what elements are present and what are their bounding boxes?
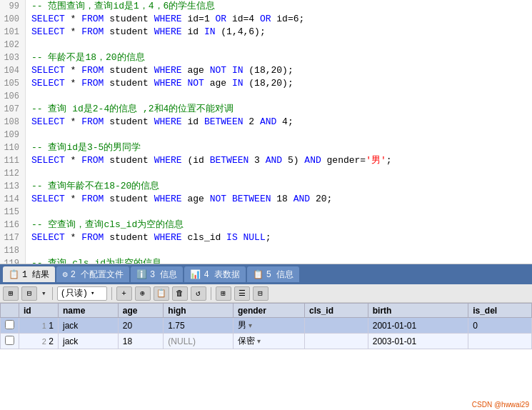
line-number: 110 — [0, 141, 26, 154]
toolbar-copy-btn[interactable]: ⊕ — [135, 286, 151, 301]
code-token: SELECT — [31, 155, 65, 166]
code-token: age — [204, 78, 232, 89]
column-header-gender[interactable]: gender — [233, 304, 304, 318]
cell-cls_id — [304, 334, 368, 349]
code-token: WHERE — [154, 26, 182, 37]
toolbar-grid-btn[interactable]: ⊞ — [3, 286, 19, 301]
column-header-birth[interactable]: birth — [368, 304, 468, 318]
toolbar-view-btn2[interactable]: ☰ — [234, 286, 250, 301]
line-content[interactable]: SELECT * FROM student WHERE age NOT BETW… — [26, 193, 332, 206]
code-line: 114SELECT * FROM student WHERE age NOT B… — [0, 193, 532, 206]
line-content[interactable]: -- 查询 id是2-4的信息 ,2和4的位置不能对调 — [26, 103, 234, 116]
line-content[interactable] — [26, 167, 37, 180]
code-line: 108SELECT * FROM student WHERE id BETWEE… — [0, 116, 532, 129]
column-header-high[interactable]: high — [164, 304, 234, 318]
line-number: 101 — [0, 26, 26, 39]
tab-tabledata[interactable]: 📊4 表数据 — [184, 266, 245, 282]
tab-icon: 📊 — [190, 269, 201, 280]
line-number: 118 — [0, 244, 26, 257]
tab-info2[interactable]: 📋5 信息 — [247, 266, 299, 282]
line-number: 106 — [0, 90, 26, 103]
column-header-id[interactable]: id — [19, 304, 59, 318]
code-line: 112 — [0, 167, 532, 180]
column-header-cls_id[interactable]: cls_id — [304, 304, 368, 318]
line-number: 116 — [0, 219, 26, 231]
toolbar-refresh-btn[interactable]: ↺ — [191, 286, 206, 301]
line-content[interactable] — [26, 206, 37, 219]
toolbar: ⊞ ⊟ ▾ (只读) ▾ + ⊕ 📋 🗑 ↺ ⊞ ☰ ⊟ — [0, 284, 532, 303]
checkbox-input[interactable] — [5, 320, 14, 329]
line-content[interactable]: SELECT * FROM student WHERE cls_id IS NU… — [26, 231, 271, 244]
toolbar-paste-btn[interactable]: 📋 — [154, 286, 169, 301]
code-editor: 99-- 范围查询，查询id是1，4，6的学生信息100SELECT * FRO… — [0, 0, 532, 264]
line-content[interactable] — [26, 244, 37, 257]
tab-icon: ⚙️ — [62, 269, 67, 280]
code-line: 101SELECT * FROM student WHERE id IN (1,… — [0, 26, 532, 39]
code-token: OR — [215, 14, 226, 24]
tab-profiles[interactable]: ⚙️2 个配置文件 — [56, 266, 129, 282]
line-content[interactable]: SELECT * FROM student WHERE id IN (1,4,6… — [26, 26, 266, 39]
code-line: 99-- 范围查询，查询id是1，4，6的学生信息 — [0, 0, 532, 13]
line-content[interactable]: SELECT * FROM student WHERE id BETWEEN 2… — [26, 116, 293, 129]
code-token: SELECT — [31, 65, 65, 76]
code-token: FROM — [81, 65, 104, 76]
line-content[interactable] — [26, 39, 37, 51]
column-header-age[interactable]: age — [118, 304, 164, 318]
code-token: ; — [386, 155, 392, 166]
table-row[interactable]: 2 2jack18(NULL)保密 ▾2003-01-01 — [1, 334, 532, 349]
tab-label: 5 信息 — [266, 269, 293, 281]
code-token: -- 查询 id是2-4的信息 ,2和4的位置不能对调 — [31, 104, 234, 114]
code-token: student — [104, 232, 154, 243]
code-token: SELECT — [31, 78, 65, 89]
tab-results[interactable]: 📋1 结果 — [3, 266, 55, 282]
line-content[interactable]: SELECT * FROM student WHERE id=1 OR id=4… — [26, 13, 304, 26]
toolbar-delete-btn[interactable]: 🗑 — [172, 286, 188, 301]
code-token: id — [182, 26, 204, 37]
line-content[interactable]: -- 年龄不是18，20的信息 — [26, 51, 145, 64]
line-number: 113 — [0, 180, 26, 193]
line-content[interactable]: SELECT * FROM student WHERE (id BETWEEN … — [26, 154, 392, 167]
line-content[interactable]: -- 空查询，查询cls_id为空的信息 — [26, 219, 184, 231]
toolbar-add-btn[interactable]: + — [116, 286, 132, 301]
code-line: 109 — [0, 129, 532, 141]
code-token: IS NULL — [226, 232, 266, 243]
line-content[interactable] — [26, 129, 37, 141]
line-content[interactable]: -- 查询 cls_id为非空的信息 — [26, 257, 161, 264]
column-header-name[interactable]: name — [59, 304, 119, 318]
line-content[interactable]: -- 查询年龄不在18-20的信息 — [26, 180, 159, 193]
code-token: student — [104, 155, 154, 166]
line-content[interactable]: -- 范围查询，查询id是1，4，6的学生信息 — [26, 0, 215, 13]
code-token: AND — [266, 155, 282, 166]
code-token: FROM — [81, 116, 104, 127]
code-token: WHERE — [154, 232, 182, 243]
code-token: 18 — [271, 194, 293, 204]
code-token: cls_id — [182, 232, 226, 243]
cell-high: 1.75 — [164, 318, 234, 334]
line-content[interactable]: SELECT * FROM student WHERE NOT age IN (… — [26, 77, 293, 90]
toolbar-filter-btn[interactable]: ⊟ — [21, 286, 37, 301]
cell-cls_id — [304, 318, 368, 334]
code-token: WHERE — [154, 78, 182, 89]
table-row[interactable]: 1 1jack201.75男 ▾2001-01-010 — [1, 318, 532, 334]
line-content[interactable]: SELECT * FROM student WHERE age NOT IN (… — [26, 64, 293, 77]
code-token: 4; — [276, 116, 293, 127]
row-checkbox[interactable] — [1, 334, 19, 349]
row-checkbox[interactable] — [1, 318, 19, 334]
checkbox-input[interactable] — [5, 336, 14, 345]
code-token: IN — [204, 26, 216, 37]
toolbar-view-btn1[interactable]: ⊞ — [216, 286, 231, 301]
readonly-dropdown[interactable]: (只读) ▾ — [57, 286, 107, 301]
tab-icon: 📋 — [9, 269, 19, 280]
code-token: student — [104, 14, 154, 24]
code-token: NOT IN — [210, 65, 244, 76]
column-header-is_del[interactable]: is_del — [468, 304, 532, 318]
toolbar-view-btn3[interactable]: ⊟ — [253, 286, 268, 301]
line-content[interactable]: -- 查询id是3-5的男同学 — [26, 141, 141, 154]
line-content[interactable] — [26, 90, 37, 103]
code-token: * — [65, 116, 81, 127]
code-token: 3 — [249, 155, 265, 166]
tab-info[interactable]: ℹ️3 信息 — [131, 266, 183, 282]
code-token: IN — [232, 78, 244, 89]
code-token: id — [182, 116, 204, 127]
code-token: FROM — [81, 155, 104, 166]
